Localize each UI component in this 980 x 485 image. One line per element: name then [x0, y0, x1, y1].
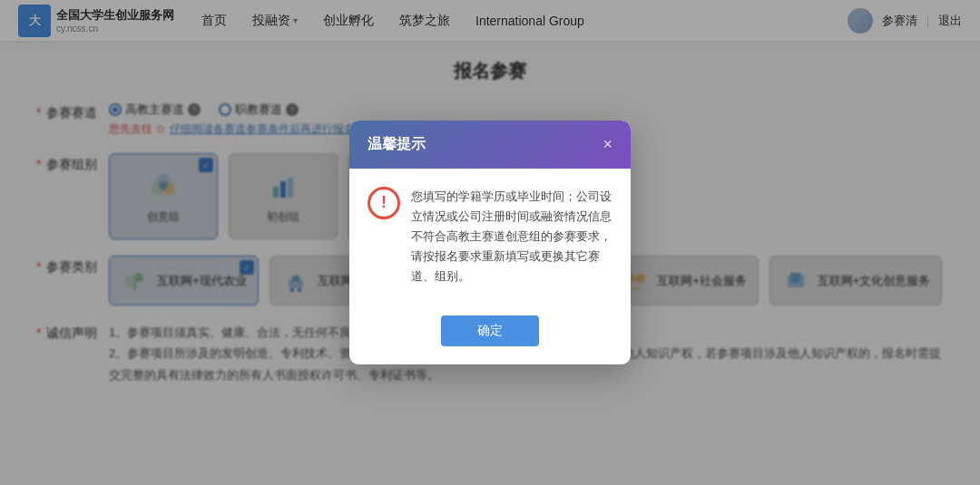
modal-close-button[interactable]: ×: [603, 136, 612, 152]
modal-header: 温馨提示 ×: [349, 121, 631, 169]
modal-footer: 确定: [349, 305, 631, 364]
modal-confirm-button[interactable]: 确定: [441, 315, 539, 346]
modal-title: 温馨提示: [368, 135, 426, 154]
modal-warn-icon: !: [368, 187, 400, 219]
modal-text: 您填写的学籍学历或毕业时间；公司设立情况或公司注册时间或融资情况信息不符合高教主…: [411, 187, 612, 286]
modal-overlay: 温馨提示 × ! 您填写的学籍学历或毕业时间；公司设立情况或公司注册时间或融资情…: [0, 0, 980, 485]
modal: 温馨提示 × ! 您填写的学籍学历或毕业时间；公司设立情况或公司注册时间或融资情…: [349, 121, 631, 364]
modal-content-area: ! 您填写的学籍学历或毕业时间；公司设立情况或公司注册时间或融资情况信息不符合高…: [368, 187, 612, 286]
modal-body: ! 您填写的学籍学历或毕业时间；公司设立情况或公司注册时间或融资情况信息不符合高…: [349, 169, 631, 305]
